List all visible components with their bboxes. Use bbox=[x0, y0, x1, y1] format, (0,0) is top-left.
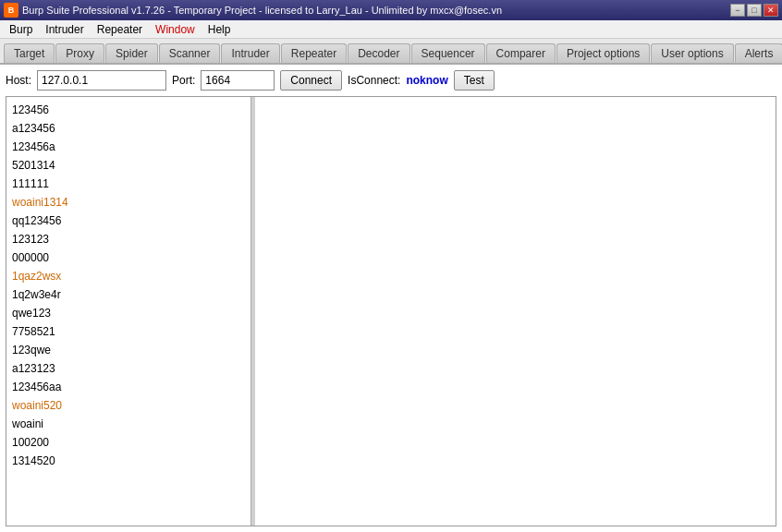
left-panel: 123456a123456123456a5201314111111woaini1… bbox=[6, 97, 251, 526]
list-item: qwe123 bbox=[10, 304, 247, 322]
list-item: 111111 bbox=[10, 175, 247, 193]
port-label: Port: bbox=[172, 74, 195, 87]
list-item: 123456a bbox=[10, 138, 247, 156]
list-item: 123qwe bbox=[10, 341, 247, 359]
tab-decoder[interactable]: Decoder bbox=[348, 43, 409, 63]
tab-comparer[interactable]: Comparer bbox=[486, 43, 556, 63]
list-item: 1qaz2wsx bbox=[10, 267, 247, 285]
list-item: a123123 bbox=[10, 359, 247, 378]
list-item: woaini520 bbox=[10, 396, 247, 415]
tab-sequencer[interactable]: Sequencer bbox=[411, 43, 485, 63]
list-item: a123456 bbox=[10, 119, 247, 138]
menu-bar: BurpIntruderRepeaterWindowHelp bbox=[0, 20, 782, 39]
menu-item-window[interactable]: Window bbox=[150, 21, 201, 38]
list-item: 7758521 bbox=[10, 322, 247, 341]
panel-area: 123456a123456123456a5201314111111woaini1… bbox=[6, 96, 776, 526]
is-connect-status: noknow bbox=[406, 74, 447, 87]
tab-target[interactable]: Target bbox=[4, 43, 55, 63]
connect-button[interactable]: Connect bbox=[280, 70, 342, 91]
app-icon: B bbox=[4, 3, 18, 18]
tab-project-options[interactable]: Project options bbox=[556, 43, 650, 63]
menu-item-intruder[interactable]: Intruder bbox=[40, 21, 89, 38]
host-label: Host: bbox=[6, 74, 31, 87]
tab-repeater[interactable]: Repeater bbox=[281, 43, 347, 63]
list-item: 5201314 bbox=[10, 156, 247, 175]
tab-proxy[interactable]: Proxy bbox=[55, 43, 104, 63]
list-item: 1314520 bbox=[10, 452, 247, 470]
list-item: woaini bbox=[10, 415, 247, 433]
list-item: qq123456 bbox=[10, 212, 247, 230]
list-item: 100200 bbox=[10, 433, 247, 452]
minimize-button[interactable]: − bbox=[730, 4, 745, 17]
is-connect-label: IsConnect: bbox=[348, 74, 400, 87]
window-controls: − □ ✕ bbox=[730, 4, 778, 17]
menu-item-burp[interactable]: Burp bbox=[4, 21, 38, 38]
tab-user-options[interactable]: User options bbox=[651, 43, 733, 63]
list-item: 000000 bbox=[10, 248, 247, 267]
list-item: 123123 bbox=[10, 230, 247, 248]
host-input[interactable] bbox=[37, 70, 166, 91]
test-button[interactable]: Test bbox=[454, 70, 495, 91]
right-panel-textarea[interactable] bbox=[255, 97, 776, 526]
connection-row: Host: Port: Connect IsConnect: noknow Te… bbox=[6, 70, 776, 91]
list-item: 123456aa bbox=[10, 378, 247, 396]
tab-alerts[interactable]: Alerts bbox=[735, 43, 782, 63]
right-panel bbox=[255, 97, 776, 526]
close-button[interactable]: ✕ bbox=[764, 4, 778, 17]
title-bar: B Burp Suite Professional v1.7.26 - Temp… bbox=[0, 0, 782, 20]
menu-item-repeater[interactable]: Repeater bbox=[92, 21, 148, 38]
tab-scanner[interactable]: Scanner bbox=[159, 43, 221, 63]
tab-bar: TargetProxySpiderScannerIntruderRepeater… bbox=[0, 39, 782, 65]
tab-intruder[interactable]: Intruder bbox=[221, 43, 279, 63]
list-item: 123456 bbox=[10, 101, 247, 119]
window-title: Burp Suite Professional v1.7.26 - Tempor… bbox=[22, 5, 730, 16]
port-input[interactable] bbox=[201, 70, 275, 91]
list-item: 1q2w3e4r bbox=[10, 285, 247, 304]
tab-spider[interactable]: Spider bbox=[105, 43, 158, 63]
list-item: woaini1314 bbox=[10, 193, 247, 212]
maximize-button[interactable]: □ bbox=[747, 4, 762, 17]
menu-item-help[interactable]: Help bbox=[202, 21, 237, 38]
main-content: Host: Port: Connect IsConnect: noknow Te… bbox=[0, 65, 782, 532]
